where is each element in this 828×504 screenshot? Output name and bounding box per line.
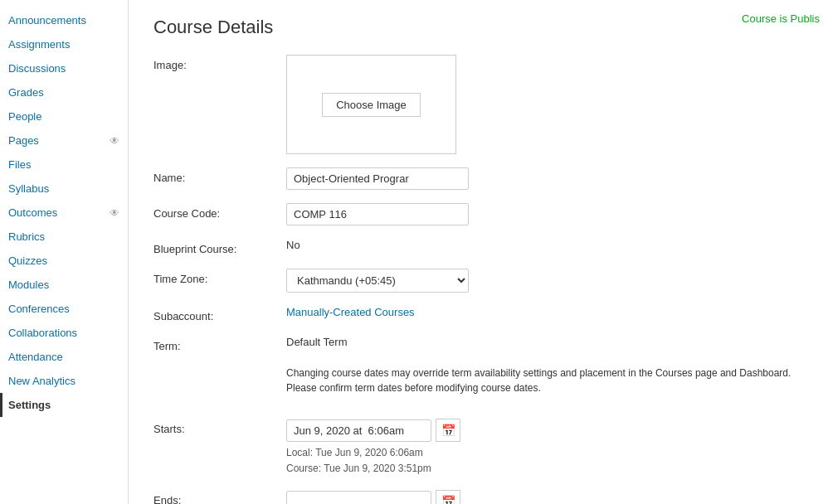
starts-label: Starts: (153, 419, 286, 435)
name-input[interactable] (286, 167, 469, 190)
blueprint-label: Blueprint Course: (153, 239, 286, 255)
name-row: Name: (153, 167, 803, 190)
sidebar-item-label: Rubrics (8, 230, 45, 243)
sidebar-item-label: Pages (8, 134, 39, 147)
sidebar-item-label: Syllabus (8, 182, 49, 195)
starts-hint: Local: Tue Jun 9, 2020 6:06am Course: Tu… (286, 445, 803, 477)
sidebar-item-label: Grades (8, 86, 44, 99)
main-content: Course is Publis Course Details Image: C… (129, 0, 828, 504)
starts-local: Local: Tue Jun 9, 2020 6:06am (286, 445, 803, 461)
name-label: Name: (153, 167, 286, 184)
date-info-spacer (153, 366, 286, 370)
sidebar-item-label: Collaborations (8, 327, 77, 339)
term-row: Term: Default Term (153, 336, 803, 352)
calendar-icon-ends: 📅 (441, 495, 455, 504)
date-info-row: Changing course dates may override term … (153, 366, 803, 405)
sidebar-item-label: Quizzes (8, 254, 47, 267)
sidebar-item-label: Announcements (8, 14, 86, 27)
subaccount-link[interactable]: Manually-Created Courses (286, 306, 415, 318)
sidebar-item-rubrics[interactable]: Rubrics (0, 225, 128, 249)
timezone-control: Kathmandu (+05:45) UTC US/Eastern US/Pac… (286, 269, 803, 293)
term-label: Term: (153, 336, 286, 352)
sidebar-item-discussions[interactable]: Discussions (0, 56, 128, 80)
starts-calendar-button[interactable]: 📅 (436, 419, 460, 442)
image-label: Image: (153, 55, 286, 71)
timezone-label: Time Zone: (153, 269, 286, 285)
choose-image-button[interactable]: Choose Image (322, 93, 421, 117)
sidebar-item-label: New Analytics (8, 375, 75, 387)
blueprint-control: No (286, 239, 803, 251)
eye-icon: 👁 (110, 207, 119, 219)
course-code-label: Course Code: (153, 203, 286, 220)
calendar-icon: 📅 (441, 424, 455, 437)
ends-label: Ends: (153, 490, 286, 504)
sidebar-item-new-analytics[interactable]: New Analytics (0, 369, 128, 393)
starts-row: Starts: 📅 Local: Tue Jun 9, 2020 6:06am … (153, 419, 803, 477)
sidebar: AnnouncementsAssignmentsDiscussionsGrade… (0, 0, 129, 504)
subaccount-row: Subaccount: Manually-Created Courses (153, 306, 803, 322)
sidebar-item-label: Conferences (8, 303, 70, 315)
sidebar-item-announcements[interactable]: Announcements (0, 8, 128, 32)
page-title: Course Details (153, 17, 803, 38)
starts-input[interactable] (286, 419, 431, 442)
name-control (286, 167, 803, 190)
ends-row: Ends: 📅 (153, 490, 803, 504)
timezone-row: Time Zone: Kathmandu (+05:45) UTC US/Eas… (153, 269, 803, 293)
timezone-select[interactable]: Kathmandu (+05:45) UTC US/Eastern US/Pac… (286, 269, 469, 293)
blueprint-row: Blueprint Course: No (153, 239, 803, 255)
sidebar-item-people[interactable]: People (0, 104, 128, 128)
starts-input-row: 📅 (286, 419, 803, 442)
sidebar-item-label: Attendance (8, 351, 63, 363)
sidebar-item-outcomes[interactable]: Outcomes👁 (0, 201, 128, 225)
sidebar-item-settings[interactable]: Settings (0, 393, 128, 417)
date-info-control: Changing course dates may override term … (286, 366, 803, 405)
eye-icon: 👁 (110, 135, 119, 147)
published-status: Course is Publis (742, 12, 820, 25)
image-control: Choose Image (286, 55, 803, 154)
subaccount-control: Manually-Created Courses (286, 306, 803, 318)
course-code-control (286, 203, 803, 225)
sidebar-item-grades[interactable]: Grades (0, 80, 128, 104)
date-info-text: Changing course dates may override term … (286, 366, 803, 395)
course-code-row: Course Code: (153, 203, 803, 225)
starts-course: Course: Tue Jun 9, 2020 3:51pm (286, 461, 803, 477)
sidebar-item-label: Outcomes (8, 206, 57, 219)
sidebar-item-collaborations[interactable]: Collaborations (0, 321, 128, 345)
ends-input[interactable] (286, 491, 431, 504)
sidebar-item-label: Files (8, 158, 31, 171)
image-row: Image: Choose Image (153, 55, 803, 154)
starts-control: 📅 Local: Tue Jun 9, 2020 6:06am Course: … (286, 419, 803, 477)
sidebar-item-files[interactable]: Files (0, 153, 128, 177)
sidebar-item-attendance[interactable]: Attendance (0, 345, 128, 369)
sidebar-item-label: People (8, 110, 41, 123)
sidebar-item-label: Modules (8, 279, 49, 291)
ends-input-row: 📅 (286, 490, 803, 504)
sidebar-item-label: Settings (8, 399, 51, 411)
sidebar-item-label: Assignments (8, 38, 70, 51)
sidebar-item-syllabus[interactable]: Syllabus (0, 177, 128, 201)
image-box: Choose Image (286, 55, 456, 154)
term-value: Default Term (286, 332, 347, 348)
term-control: Default Term (286, 336, 803, 348)
subaccount-label: Subaccount: (153, 306, 286, 322)
ends-control: 📅 (286, 490, 803, 504)
sidebar-item-pages[interactable]: Pages👁 (0, 128, 128, 153)
ends-calendar-button[interactable]: 📅 (436, 490, 460, 504)
sidebar-item-assignments[interactable]: Assignments (0, 32, 128, 56)
blueprint-value: No (286, 235, 300, 251)
sidebar-item-quizzes[interactable]: Quizzes (0, 249, 128, 273)
sidebar-item-conferences[interactable]: Conferences (0, 297, 128, 321)
course-code-input[interactable] (286, 203, 469, 225)
sidebar-item-modules[interactable]: Modules (0, 273, 128, 297)
sidebar-item-label: Discussions (8, 62, 66, 75)
